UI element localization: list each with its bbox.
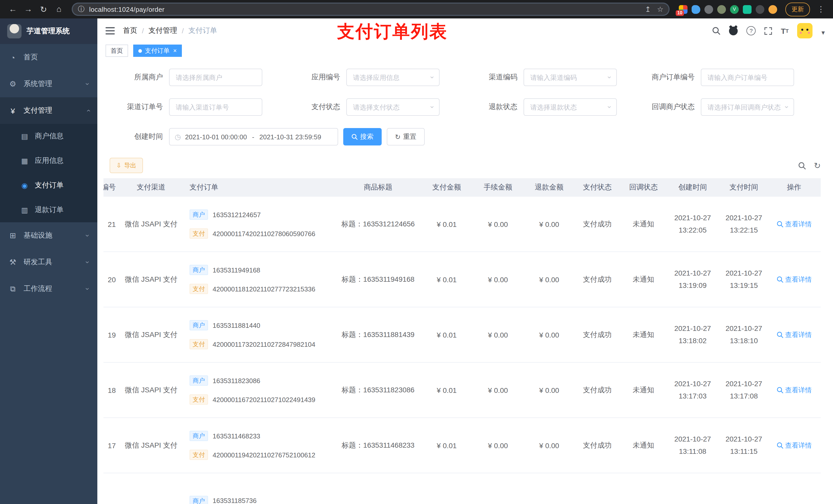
sidebar-item-payment[interactable]: ¥ 支付管理 › <box>0 97 97 124</box>
extension-icon[interactable] <box>692 5 700 14</box>
table-row[interactable]: 20 微信 JSAPI 支付 商户1635311949168 支付4200001… <box>103 252 821 307</box>
view-detail-link[interactable]: 查看详情 <box>769 307 819 362</box>
filter-pay-status: 支付状态 › <box>287 98 464 116</box>
merchant-order-no: 1635311949168 <box>213 266 260 274</box>
extension-icon[interactable] <box>705 5 713 14</box>
refresh-icon: ↻ <box>395 133 401 141</box>
sidebar-item-label: 研发工具 <box>24 258 81 267</box>
cell-order-no: 商户163531185736 <box>186 473 335 504</box>
channel-order-no-input[interactable] <box>169 98 262 116</box>
app-shell: 芋道管理系统 ◔ 首页 ⚙ 系统管理 › ¥ 支付管理 › ▤ 商户信息 <box>0 19 833 504</box>
cell-status: 支付成功 <box>575 252 620 307</box>
chrome-menu-icon[interactable]: ⋮ <box>815 5 827 14</box>
merchant-input-field[interactable] <box>175 73 257 82</box>
notify-status-field[interactable] <box>707 103 784 112</box>
pay-tag: 支付 <box>190 284 208 294</box>
tab-close-icon[interactable]: × <box>173 47 177 54</box>
sidebar-item-workflow[interactable]: ⧉ 工作流程 › <box>0 275 97 302</box>
refund-status-field[interactable] <box>529 103 607 112</box>
font-size-icon[interactable]: TT <box>781 26 789 35</box>
table-row[interactable]: 18 微信 JSAPI 支付 商户1635311823086 支付4200001… <box>103 363 821 418</box>
date-start-value[interactable]: 2021-10-01 00:00:00 <box>185 133 247 141</box>
merchant-order-no-input[interactable] <box>701 69 794 86</box>
reset-button[interactable]: ↻ 重置 <box>387 128 425 145</box>
tab-home[interactable]: 首页 <box>105 45 128 57</box>
extension-icon[interactable] <box>768 5 777 14</box>
extension-icon[interactable]: V <box>730 5 739 14</box>
view-detail-link[interactable]: 查看详情 <box>769 252 819 307</box>
date-end-value[interactable]: 2021-10-31 23:59:59 <box>260 133 321 141</box>
help-icon[interactable]: ? <box>746 26 756 35</box>
download-icon: ⇩ <box>116 162 121 169</box>
share-icon[interactable]: ↥ <box>645 5 651 13</box>
merchant-input[interactable] <box>169 69 262 86</box>
sidebar-item-refund-order[interactable]: ▥ 退款订单 <box>0 198 97 222</box>
app-id-select-field[interactable] <box>352 73 430 82</box>
view-detail-link[interactable]: 查看详情 <box>769 197 819 251</box>
col-header: 回调状态 <box>620 178 667 197</box>
view-detail-link[interactable]: 查看详情 <box>769 418 819 473</box>
refund-status-select[interactable]: › <box>524 98 617 116</box>
date-range-picker[interactable]: ◷ 2021-10-01 00:00:00 - 2021-10-31 23:59… <box>169 128 338 145</box>
sidebar-item-home[interactable]: ◔ 首页 <box>0 44 97 71</box>
search-icon[interactable] <box>712 27 720 35</box>
filter-merchant: 所属商户 <box>110 69 287 86</box>
fullscreen-icon[interactable] <box>764 27 772 34</box>
breadcrumb-item[interactable]: 首页 <box>123 26 137 35</box>
sidebar-item-pay-order[interactable]: ◉ 支付订单 <box>0 173 97 198</box>
extension-icon[interactable] <box>756 5 764 14</box>
reload-icon[interactable]: ↻ <box>37 3 50 16</box>
cell-pay-time: 2021-10-2713:17:08 <box>718 363 769 417</box>
sidebar-item-infra[interactable]: ⊞ 基础设施 › <box>0 222 97 249</box>
merchant-order-no-field[interactable] <box>707 73 788 82</box>
channel-code-field[interactable] <box>529 73 607 82</box>
extension-icon[interactable] <box>717 5 726 14</box>
view-detail-link[interactable]: 查看详情 <box>769 363 819 417</box>
table-row-partial[interactable]: 商户163531185736 <box>103 473 821 504</box>
site-info-icon[interactable]: ⓘ <box>78 5 85 14</box>
github-icon[interactable] <box>729 26 738 35</box>
export-button[interactable]: ⇩ 导出 <box>110 158 143 173</box>
home-icon[interactable]: ⌂ <box>52 3 66 16</box>
table-row[interactable]: 17 微信 JSAPI 支付 商户1635311468233 支付4200001… <box>103 418 821 473</box>
search-toggle-icon[interactable] <box>798 162 806 169</box>
extension-icon[interactable] <box>743 5 752 14</box>
merchant-order-no: 1635311881440 <box>213 321 260 329</box>
cell-channel: 微信 JSAPI 支付 <box>117 418 186 473</box>
sidebar-item-devtools[interactable]: ⚒ 研发工具 › <box>0 249 97 275</box>
sidebar-collapse-icon[interactable] <box>105 27 115 35</box>
sidebar-item-label: 工作流程 <box>24 284 81 293</box>
sidebar-item-merchant-info[interactable]: ▤ 商户信息 <box>0 124 97 148</box>
avatar-caret-icon[interactable]: ▾ <box>822 29 825 37</box>
pay-status-select[interactable]: › <box>346 98 439 116</box>
app-logo[interactable]: 芋道管理系统 <box>0 19 97 44</box>
search-button[interactable]: 搜索 <box>343 128 382 145</box>
search-button-label: 搜索 <box>360 132 374 141</box>
table-row[interactable]: 19 微信 JSAPI 支付 商户1635311881440 支付4200001… <box>103 307 821 363</box>
chrome-update-button[interactable]: 更新 <box>785 2 810 16</box>
sidebar-item-system[interactable]: ⚙ 系统管理 › <box>0 71 97 97</box>
extension-icon[interactable]: 10 <box>679 5 688 14</box>
bookmark-star-icon[interactable]: ☆ <box>657 5 663 13</box>
app-id-select[interactable]: › <box>346 69 439 86</box>
tab-pay-order[interactable]: 支付订单 × <box>133 45 182 57</box>
table-row[interactable]: 21 微信 JSAPI 支付 商户1635312124657 支付4200001… <box>103 197 821 252</box>
channel-order-no-field[interactable] <box>175 103 257 112</box>
filter-label: 所属商户 <box>110 73 169 82</box>
cell-fee: ¥ 0.00 <box>472 252 524 307</box>
forward-icon[interactable]: → <box>22 3 35 16</box>
filter-label: 支付状态 <box>287 102 346 112</box>
url-bar[interactable]: ⓘ localhost:1024/pay/order ↥ ☆ <box>72 3 670 16</box>
refresh-icon[interactable]: ↻ <box>814 161 821 170</box>
back-icon[interactable]: ← <box>6 3 20 16</box>
user-avatar[interactable] <box>798 23 813 39</box>
page-header: 首页 / 支付管理 / 支付订单 支付订单列表 ? TT <box>97 19 833 43</box>
breadcrumb-item[interactable]: 支付管理 <box>148 26 177 35</box>
chevron-down-icon: › <box>783 106 791 108</box>
notify-status-select[interactable]: › <box>701 98 794 116</box>
sidebar-item-app-info[interactable]: ▦ 应用信息 <box>0 148 97 173</box>
channel-code-select[interactable]: › <box>524 69 617 86</box>
pay-status-field[interactable] <box>352 103 430 112</box>
url-text[interactable]: localhost:1024/pay/order <box>89 5 639 13</box>
merchant-order-no: 1635312124657 <box>213 211 261 218</box>
